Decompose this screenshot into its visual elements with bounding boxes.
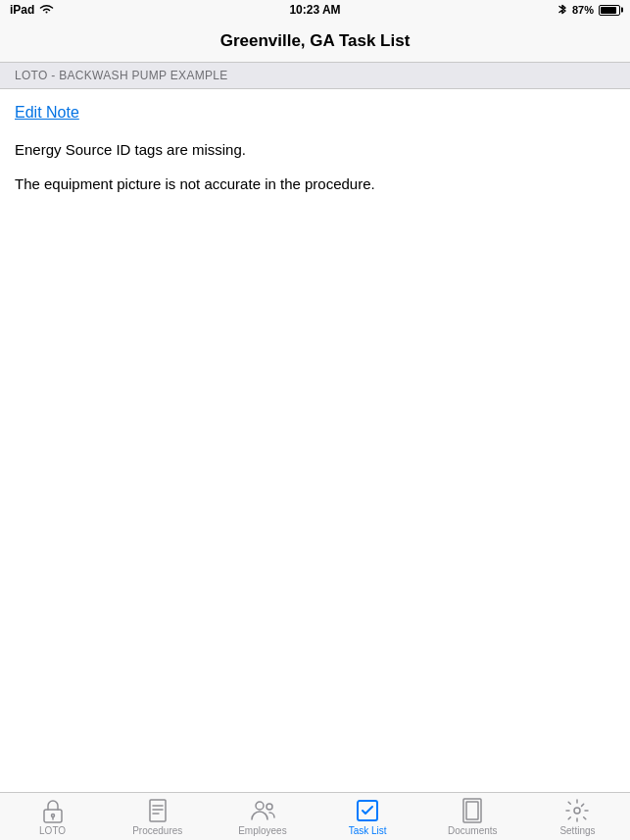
tab-settings-label: Settings	[559, 825, 595, 836]
settings-icon	[564, 798, 590, 823]
nav-title: Greenville, GA Task List	[220, 31, 411, 51]
nav-bar: Greenville, GA Task List	[0, 20, 630, 63]
svg-point-8	[267, 804, 272, 810]
tasklist-icon	[355, 798, 380, 823]
tab-employees[interactable]: Employees	[210, 793, 315, 840]
tab-loto-label: LOTO	[39, 825, 66, 836]
bluetooth-icon	[557, 3, 567, 18]
employees-icon	[250, 798, 275, 823]
lock-icon	[40, 798, 66, 823]
tab-documents[interactable]: Documents	[420, 793, 525, 840]
tab-settings[interactable]: Settings	[525, 793, 630, 840]
edit-note-link[interactable]: Edit Note	[15, 104, 79, 122]
tab-procedures[interactable]: Procedures	[105, 793, 210, 840]
note-text-1: Energy Source ID tags are missing.	[15, 139, 615, 162]
svg-rect-0	[44, 810, 62, 822]
status-time: 10:23 AM	[289, 3, 340, 17]
section-header-text: LOTO - BACKWASH PUMP EXAMPLE	[15, 69, 228, 82]
svg-point-12	[574, 808, 580, 814]
status-bar: iPad 10:23 AM 87%	[0, 0, 630, 20]
tab-tasklist-label: Task List	[349, 825, 387, 836]
tab-procedures-label: Procedures	[132, 825, 182, 836]
tab-bar: LOTO Procedures Employees	[0, 792, 630, 840]
wifi-icon	[39, 3, 54, 17]
tab-documents-label: Documents	[448, 825, 498, 836]
svg-rect-11	[466, 802, 478, 819]
battery-percent: 87%	[572, 4, 594, 16]
documents-icon	[460, 798, 485, 823]
battery-icon	[599, 5, 620, 16]
tab-tasklist[interactable]: Task List	[315, 793, 420, 840]
svg-point-7	[256, 802, 264, 810]
note-text-2: The equipment picture is not accurate in…	[15, 173, 615, 196]
content-area: Edit Note Energy Source ID tags are miss…	[0, 89, 630, 792]
carrier-label: iPad	[10, 3, 34, 17]
section-header: LOTO - BACKWASH PUMP EXAMPLE	[0, 63, 630, 89]
tab-loto[interactable]: LOTO	[0, 793, 105, 840]
status-right: 87%	[557, 3, 620, 18]
procedures-icon	[145, 798, 170, 823]
status-left: iPad	[10, 3, 54, 17]
tab-employees-label: Employees	[238, 825, 286, 836]
svg-rect-3	[150, 800, 166, 821]
